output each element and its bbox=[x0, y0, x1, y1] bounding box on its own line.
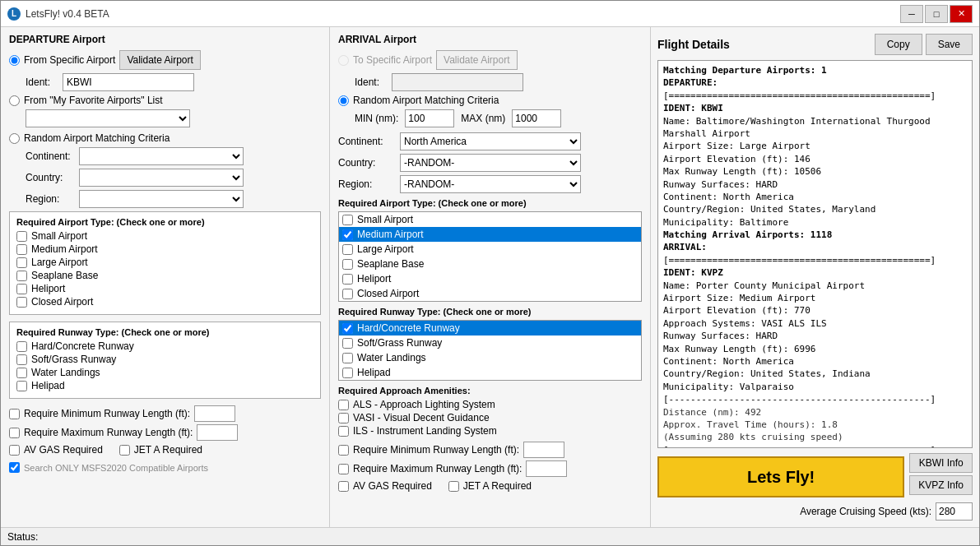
arr-vasi-checkbox[interactable] bbox=[338, 413, 349, 423]
dep-heliport-label[interactable]: Heliport bbox=[31, 283, 65, 294]
kvpz-info-button[interactable]: KVPZ Info bbox=[909, 475, 973, 495]
dep-random-label[interactable]: Random Airport Matching Criteria bbox=[24, 132, 170, 144]
dep-soft-runway-checkbox[interactable] bbox=[16, 354, 27, 365]
specific-airport-radio[interactable] bbox=[9, 55, 20, 66]
specific-airport-label[interactable]: From Specific Airport bbox=[24, 54, 115, 66]
dep-msfs-checkbox[interactable] bbox=[9, 462, 20, 473]
arr-specific-label[interactable]: To Specific Airport bbox=[353, 54, 432, 66]
arr-region-dropdown[interactable]: -RANDOM- bbox=[400, 175, 581, 193]
arr-als-checkbox[interactable] bbox=[338, 400, 349, 410]
dep-large-airport-checkbox[interactable] bbox=[16, 257, 27, 268]
arr-min-runway-checkbox[interactable] bbox=[338, 445, 349, 456]
arr-avgas-checkbox[interactable] bbox=[338, 481, 349, 492]
dep-medium-airport-checkbox[interactable] bbox=[16, 244, 27, 255]
dep-soft-runway-label[interactable]: Soft/Grass Runway bbox=[31, 354, 116, 365]
arr-max-input[interactable] bbox=[512, 109, 561, 127]
dep-continent-dropdown[interactable] bbox=[79, 147, 244, 165]
arr-hard-runway-item[interactable]: Hard/Concrete Runway bbox=[339, 321, 641, 335]
arr-helipad-item[interactable]: Helipad bbox=[339, 365, 641, 380]
dep-closed-airport-checkbox[interactable] bbox=[16, 297, 27, 308]
arr-random-radio[interactable] bbox=[338, 95, 349, 106]
arr-max-runway-checkbox[interactable] bbox=[338, 464, 349, 474]
arr-hard-runway-checkbox[interactable] bbox=[342, 323, 353, 334]
arr-min-runway-input[interactable] bbox=[523, 442, 564, 458]
dep-seaplane-checkbox[interactable] bbox=[16, 271, 27, 281]
dep-region-dropdown[interactable] bbox=[79, 190, 244, 208]
arr-soft-runway-item[interactable]: Soft/Grass Runway bbox=[339, 335, 641, 350]
arr-helipad-checkbox[interactable] bbox=[342, 368, 353, 378]
arr-als-label[interactable]: ALS - Approach Lighting System bbox=[353, 399, 495, 410]
dep-hard-runway-checkbox[interactable] bbox=[16, 341, 27, 352]
minimize-button[interactable]: ─ bbox=[900, 5, 923, 23]
arr-ils-checkbox[interactable] bbox=[338, 426, 349, 437]
dep-small-airport-label[interactable]: Small Airport bbox=[31, 230, 87, 242]
maximize-button[interactable]: □ bbox=[925, 5, 948, 23]
arr-closed-airport-item[interactable]: Closed Airport bbox=[339, 286, 641, 301]
dep-small-airport-checkbox[interactable] bbox=[16, 231, 27, 242]
arr-large-airport-checkbox[interactable] bbox=[342, 244, 353, 255]
arr-soft-runway-checkbox[interactable] bbox=[342, 338, 353, 349]
arr-max-runway-input[interactable] bbox=[526, 460, 567, 477]
dep-favorites-dropdown[interactable] bbox=[26, 109, 190, 127]
dep-jeta-checkbox[interactable] bbox=[119, 445, 130, 456]
close-button[interactable]: ✕ bbox=[950, 5, 973, 23]
dep-max-runway-input[interactable] bbox=[197, 424, 238, 441]
dep-medium-airport-label[interactable]: Medium Airport bbox=[31, 243, 98, 255]
arr-closed-airport-checkbox[interactable] bbox=[342, 289, 353, 299]
dep-water-runway-checkbox[interactable] bbox=[16, 368, 27, 378]
arr-min-input[interactable] bbox=[405, 109, 454, 127]
arr-seaplane-checkbox[interactable] bbox=[342, 259, 353, 270]
arr-random-label[interactable]: Random Airport Matching Criteria bbox=[353, 95, 499, 106]
copy-button[interactable]: Copy bbox=[875, 34, 922, 55]
arr-ident-input[interactable] bbox=[392, 73, 523, 91]
arr-ils-label[interactable]: ILS - Instrument Landing System bbox=[353, 425, 497, 437]
dep-seaplane-label[interactable]: Seaplane Base bbox=[31, 270, 98, 281]
arr-jeta-label[interactable]: JET A Required bbox=[463, 480, 532, 492]
arr-jeta-checkbox[interactable] bbox=[448, 481, 459, 492]
dep-max-runway-label[interactable]: Require Maximum Runway Length (ft): bbox=[24, 427, 193, 438]
favorites-label[interactable]: From "My Favorite Airports" List bbox=[24, 95, 163, 106]
arr-vasi-label[interactable]: VASI - Visual Decent Guidance bbox=[353, 412, 490, 423]
arr-water-runway-item[interactable]: Water Landings bbox=[339, 350, 641, 365]
arr-heliport-checkbox[interactable] bbox=[342, 274, 353, 285]
dep-water-runway-label[interactable]: Water Landings bbox=[31, 367, 100, 378]
arr-small-airport-checkbox[interactable] bbox=[342, 215, 353, 225]
dep-jeta-label[interactable]: JET A Required bbox=[134, 444, 202, 456]
arr-validate-button[interactable]: Validate Airport bbox=[436, 50, 518, 70]
save-button[interactable]: Save bbox=[926, 34, 973, 55]
dep-hard-runway-label[interactable]: Hard/Concrete Runway bbox=[31, 340, 134, 352]
arr-seaplane-item[interactable]: Seaplane Base bbox=[339, 257, 641, 271]
dep-min-runway-label[interactable]: Require Minimum Runway Length (ft): bbox=[24, 408, 190, 419]
dep-helipad-checkbox[interactable] bbox=[16, 381, 27, 391]
speed-input[interactable] bbox=[936, 502, 973, 521]
dep-min-runway-checkbox[interactable] bbox=[9, 409, 20, 419]
lets-fly-button[interactable]: Lets Fly! bbox=[657, 456, 904, 497]
arr-large-airport-item[interactable]: Large Airport bbox=[339, 242, 641, 257]
dep-validate-button[interactable]: Validate Airport bbox=[119, 50, 201, 70]
arr-country-dropdown[interactable]: -RANDOM- bbox=[400, 154, 581, 172]
arr-small-airport-item[interactable]: Small Airport bbox=[339, 212, 641, 227]
arr-continent-dropdown[interactable]: North America bbox=[400, 132, 581, 150]
dep-country-dropdown[interactable] bbox=[79, 169, 244, 187]
dep-large-airport-label[interactable]: Large Airport bbox=[31, 257, 88, 268]
arr-avgas-label[interactable]: AV GAS Required bbox=[353, 480, 432, 492]
arr-water-runway-checkbox[interactable] bbox=[342, 353, 353, 363]
dep-ident-input[interactable] bbox=[63, 73, 194, 91]
dep-closed-airport-label[interactable]: Closed Airport bbox=[31, 296, 93, 308]
arr-specific-radio[interactable] bbox=[338, 55, 349, 66]
dep-avgas-checkbox[interactable] bbox=[9, 445, 20, 456]
dep-min-runway-input[interactable] bbox=[194, 405, 235, 422]
favorites-radio[interactable] bbox=[9, 95, 20, 106]
dep-helipad-label[interactable]: Helipad bbox=[31, 380, 65, 391]
dep-max-runway-checkbox[interactable] bbox=[9, 428, 20, 438]
kbwi-info-button[interactable]: KBWI Info bbox=[909, 453, 973, 473]
arr-min-runway-label[interactable]: Require Minimum Runway Length (ft): bbox=[353, 444, 519, 456]
arr-max-runway-label[interactable]: Require Maximum Runway Length (ft): bbox=[353, 463, 522, 474]
arr-medium-airport-item[interactable]: Medium Airport bbox=[339, 227, 641, 242]
arr-medium-airport-checkbox[interactable] bbox=[342, 229, 353, 240]
arr-heliport-item[interactable]: Heliport bbox=[339, 271, 641, 286]
dep-msfs-label[interactable]: Search ONLY MSFS2020 Compatible Airports bbox=[24, 463, 208, 473]
dep-avgas-label[interactable]: AV GAS Required bbox=[24, 444, 103, 456]
dep-heliport-checkbox[interactable] bbox=[16, 284, 27, 294]
dep-random-radio[interactable] bbox=[9, 133, 20, 144]
